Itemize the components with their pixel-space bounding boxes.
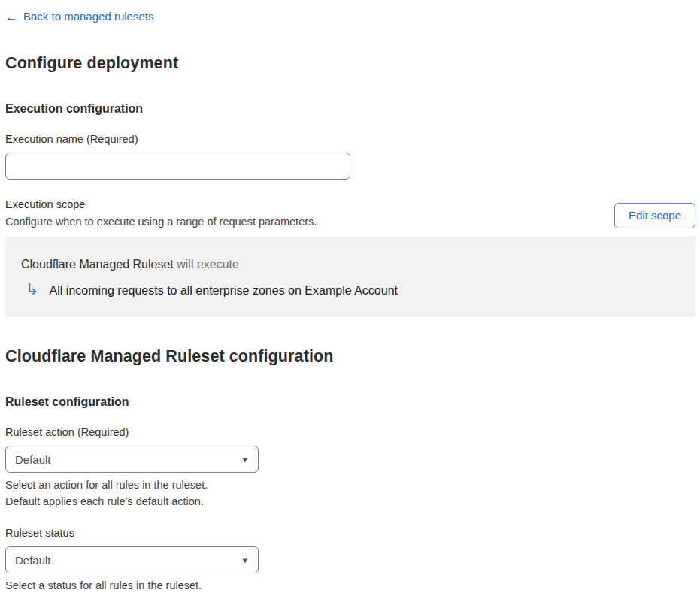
summary-line: Cloudflare Managed Ruleset will execute [21, 257, 680, 271]
summary-will-execute: will execute [177, 258, 239, 271]
configure-deployment-page: ← Back to managed rulesets Configure dep… [0, 0, 700, 596]
ruleset-action-help-line-2: Default applies each rule's default acti… [5, 495, 695, 507]
chevron-down-icon: ▾ [242, 455, 247, 464]
ruleset-status-selected-value: Default [15, 554, 51, 567]
edit-scope-button[interactable]: Edit scope [614, 203, 695, 228]
ruleset-configuration-title: Cloudflare Managed Ruleset configuration [5, 346, 695, 366]
summary-scope-line: ↳ All incoming requests to all enterpris… [21, 283, 680, 298]
execution-scope-row: Execution scope Configure when to execut… [5, 198, 695, 228]
summary-scope-value: All incoming requests to all enterprise … [50, 283, 398, 298]
ruleset-action-select[interactable]: Default ▾ [5, 446, 259, 473]
execution-scope-text: Execution scope Configure when to execut… [5, 198, 317, 228]
branch-arrow-icon: ↳ [26, 281, 39, 297]
ruleset-action-label: Ruleset action (Required) [5, 426, 695, 439]
execution-summary-panel: Cloudflare Managed Ruleset will execute … [5, 237, 695, 317]
execution-scope-description: Configure when to execute using a range … [5, 216, 317, 228]
chevron-down-icon: ▾ [242, 555, 247, 565]
ruleset-status-label: Ruleset status [5, 527, 695, 540]
summary-ruleset-name: Cloudflare Managed Ruleset [21, 258, 174, 271]
ruleset-configuration-subheading: Ruleset configuration [5, 395, 695, 409]
back-link-label: Back to managed rulesets [23, 9, 153, 24]
ruleset-action-help-line-1: Select an action for all rules in the ru… [5, 479, 695, 491]
back-to-managed-rulesets-link[interactable]: ← Back to managed rulesets [5, 9, 153, 24]
ruleset-status-select[interactable]: Default ▾ [5, 546, 259, 573]
page-title: Configure deployment [5, 53, 695, 73]
execution-scope-label: Execution scope [5, 198, 317, 211]
ruleset-action-selected-value: Default [15, 453, 51, 466]
ruleset-status-help-line: Select a status for all rules in the rul… [5, 579, 695, 591]
back-arrow-icon: ← [5, 11, 18, 23]
execution-name-label: Execution name (Required) [5, 133, 695, 146]
execution-name-input[interactable] [5, 153, 350, 180]
execution-configuration-heading: Execution configuration [5, 101, 695, 116]
